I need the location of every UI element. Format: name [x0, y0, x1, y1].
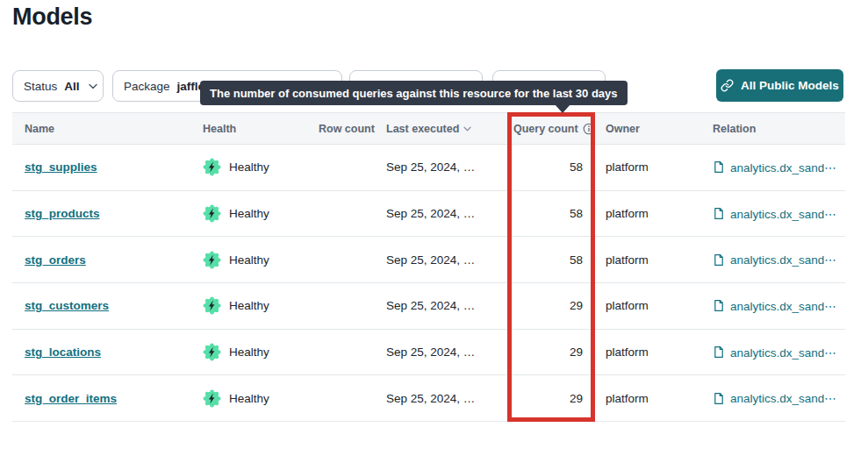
model-name-link[interactable]: stg_orders [25, 253, 86, 267]
health-status: Healthy [203, 389, 269, 408]
healthy-badge-icon [203, 158, 221, 176]
file-icon [713, 392, 725, 405]
chevron-down-icon [89, 83, 97, 89]
healthy-badge-icon [203, 204, 221, 223]
header-health: Health [203, 123, 319, 135]
relation-link[interactable]: analytics.dx_sand⋯ [713, 207, 836, 221]
file-icon [713, 345, 725, 359]
table-row: stg_orders Healthy [12, 237, 845, 283]
relation-text: analytics.dx_sand⋯ [730, 253, 836, 267]
header-relation: Relation [702, 123, 845, 135]
table-header-row: Name Health Row count Last executed Quer… [12, 112, 845, 145]
link-icon [721, 79, 734, 92]
health-label: Healthy [229, 299, 269, 312]
owner-value: platform [606, 392, 649, 405]
relation-link[interactable]: analytics.dx_sand⋯ [713, 299, 836, 313]
header-last-executed[interactable]: Last executed [386, 123, 507, 135]
healthy-badge-icon [203, 251, 221, 269]
relation-link[interactable]: analytics.dx_sand⋯ [713, 160, 836, 174]
healthy-badge-icon [203, 343, 221, 361]
last-executed-value: Sep 25, 2024, … [386, 160, 475, 174]
sort-chevron-icon [463, 126, 471, 132]
model-name-link[interactable]: stg_locations [25, 345, 101, 359]
model-name-link[interactable]: stg_supplies [25, 160, 97, 174]
all-public-models-label: All Public Models [741, 79, 839, 92]
table-row: stg_order_items Healt [12, 375, 845, 422]
owner-value: platform [606, 345, 649, 359]
header-query-count: Query count [507, 123, 595, 135]
relation-text: analytics.dx_sand⋯ [730, 207, 836, 221]
file-icon [713, 299, 725, 312]
last-executed-value: Sep 25, 2024, … [386, 345, 475, 359]
relation-text: analytics.dx_sand⋯ [730, 299, 836, 313]
health-status: Healthy [203, 204, 269, 223]
table-row: stg_supplies Healthy [12, 145, 845, 191]
header-row-count: Row count [319, 123, 386, 135]
model-name-link[interactable]: stg_products [25, 207, 100, 220]
query-count-value: 58 [570, 253, 583, 267]
relation-link[interactable]: analytics.dx_sand⋯ [713, 253, 836, 267]
tooltip-arrow [555, 104, 570, 113]
table-row: stg_customers Healthy [12, 283, 845, 330]
relation-text: analytics.dx_sand⋯ [730, 391, 836, 405]
last-executed-value: Sep 25, 2024, … [386, 299, 475, 312]
last-executed-value: Sep 25, 2024, … [386, 207, 475, 220]
status-filter-label: Status [24, 80, 57, 93]
health-status: Healthy [203, 343, 269, 361]
header-name: Name [12, 123, 203, 135]
health-label: Healthy [229, 345, 269, 359]
models-table: Name Health Row count Last executed Quer… [12, 112, 845, 422]
health-status: Healthy [203, 296, 269, 315]
models-page: Models Status All Package jaffle_ All Pu… [0, 0, 868, 470]
relation-text: analytics.dx_sand⋯ [730, 345, 836, 360]
query-count-value: 29 [570, 299, 583, 312]
health-status: Healthy [203, 251, 269, 269]
table-row: stg_locations Healthy [12, 330, 845, 376]
relation-link[interactable]: analytics.dx_sand⋯ [713, 345, 836, 360]
status-filter[interactable]: Status All [12, 70, 104, 102]
healthy-badge-icon [203, 389, 221, 408]
health-status: Healthy [203, 158, 269, 176]
owner-value: platform [606, 160, 649, 174]
file-icon [713, 207, 725, 220]
file-icon [713, 160, 725, 174]
all-public-models-button[interactable]: All Public Models [716, 69, 843, 102]
query-count-value: 29 [570, 392, 583, 405]
query-count-value: 58 [570, 160, 583, 174]
health-label: Healthy [229, 253, 269, 267]
info-icon[interactable] [583, 123, 595, 135]
last-executed-value: Sep 25, 2024, … [386, 253, 475, 267]
health-label: Healthy [229, 160, 269, 174]
healthy-badge-icon [203, 296, 221, 315]
relation-link[interactable]: analytics.dx_sand⋯ [713, 391, 836, 405]
relation-text: analytics.dx_sand⋯ [730, 160, 836, 174]
table-row: stg_products Healthy [12, 191, 845, 238]
query-count-value: 29 [570, 345, 583, 359]
status-filter-value: All [64, 80, 79, 93]
model-name-link[interactable]: stg_order_items [25, 392, 117, 405]
file-icon [713, 253, 725, 267]
last-executed-value: Sep 25, 2024, … [386, 392, 475, 405]
model-name-link[interactable]: stg_customers [25, 299, 109, 312]
query-count-value: 58 [570, 207, 583, 220]
owner-value: platform [606, 207, 649, 220]
header-owner: Owner [595, 123, 702, 135]
owner-value: platform [606, 253, 649, 267]
health-label: Healthy [229, 207, 269, 220]
page-title: Models [12, 4, 92, 31]
health-label: Healthy [229, 392, 269, 405]
query-count-tooltip: The number of consumed queries against t… [200, 81, 628, 105]
owner-value: platform [606, 299, 649, 312]
table-body: stg_supplies Healthy [12, 145, 845, 422]
package-filter-label: Package [124, 80, 170, 93]
